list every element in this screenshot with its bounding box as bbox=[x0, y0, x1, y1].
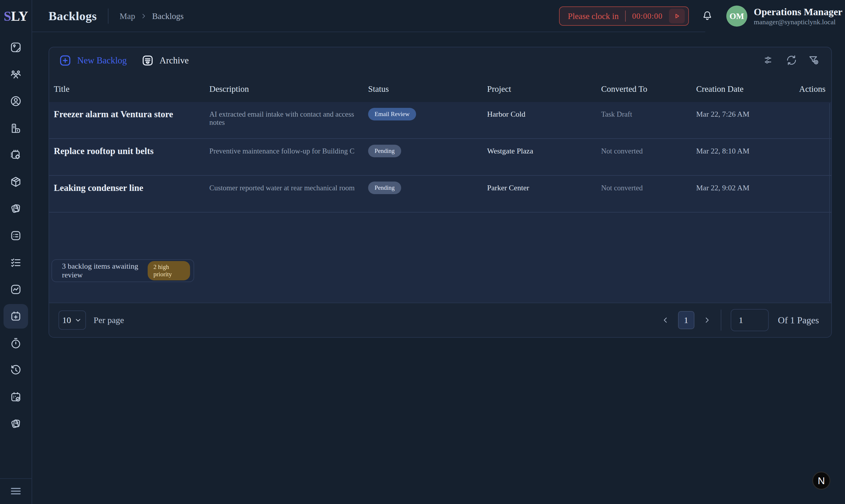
sidebar-item-backlogs[interactable] bbox=[0, 303, 32, 330]
prev-page-button[interactable] bbox=[661, 316, 670, 324]
sidebar-item-automation[interactable] bbox=[0, 142, 32, 168]
new-backlog-label: New Backlog bbox=[77, 55, 127, 66]
refresh-icon bbox=[786, 54, 797, 66]
total-pages-label: Of 1 Pages bbox=[778, 315, 819, 326]
hamburger-icon bbox=[9, 484, 22, 498]
cell-project: Westgate Plaza bbox=[484, 146, 598, 156]
cell-creation-date: Mar 22, 8:10 AM bbox=[693, 146, 796, 156]
scrollbar-track[interactable] bbox=[829, 103, 830, 301]
plus-square-icon bbox=[58, 54, 72, 67]
sidebar-item-inventory[interactable] bbox=[0, 168, 32, 195]
page-number-input[interactable] bbox=[731, 309, 769, 331]
pagination-bar: 10 Per page 1 Of 1 Pages bbox=[49, 303, 831, 337]
sidebar-item-building[interactable] bbox=[0, 114, 32, 142]
status-badge: Email Review bbox=[368, 108, 416, 121]
cell-creation-date: Mar 22, 7:26 AM bbox=[693, 109, 796, 119]
refresh-button[interactable] bbox=[786, 54, 797, 67]
backlogs-card: New Backlog Archive Title Description St… bbox=[49, 47, 832, 338]
column-header-status: Status bbox=[365, 84, 484, 94]
chevron-left-icon bbox=[661, 316, 670, 324]
cell-title: Leaking condenser line bbox=[51, 183, 206, 193]
user-name: Operations Manager bbox=[754, 6, 845, 18]
cell-project: Harbor Cold bbox=[484, 109, 598, 119]
nextjs-dev-badge[interactable]: N bbox=[812, 471, 830, 490]
sidebar-item-reports[interactable] bbox=[0, 276, 32, 303]
brand-logo-rest: LY bbox=[11, 8, 28, 24]
user-menu[interactable]: Operations Manager manager@synapticlynk.… bbox=[754, 6, 845, 26]
table-body: Freezer alarm at Ventura store AI extrac… bbox=[49, 102, 831, 303]
collapse-menu-button[interactable] bbox=[9, 484, 22, 499]
cell-description: Customer reported water at rear mechanic… bbox=[206, 183, 365, 192]
next-page-button[interactable] bbox=[703, 316, 712, 324]
column-settings-button[interactable] bbox=[763, 54, 775, 67]
per-page-select[interactable]: 10 bbox=[58, 310, 86, 330]
calendar-plus-icon bbox=[10, 310, 22, 322]
archive-button[interactable]: Archive bbox=[141, 54, 189, 67]
table-row[interactable]: Freezer alarm at Ventura store AI extrac… bbox=[49, 102, 831, 139]
sidebar-item-profile[interactable] bbox=[0, 88, 32, 114]
high-priority-badge: 2 high priority bbox=[148, 261, 190, 280]
sidebar-item-schedule[interactable] bbox=[0, 383, 32, 411]
new-backlog-button[interactable]: New Backlog bbox=[58, 54, 127, 67]
notifications-button[interactable] bbox=[701, 10, 714, 23]
page-title: Backlogs bbox=[49, 9, 97, 23]
sidebar-item-notes[interactable] bbox=[0, 195, 32, 222]
clear-filters-button[interactable] bbox=[808, 54, 820, 67]
avatar-initials: OM bbox=[730, 12, 744, 21]
clock-in-label: Please clock in bbox=[568, 12, 619, 21]
current-page-button[interactable]: 1 bbox=[678, 311, 695, 329]
chevron-right-icon bbox=[140, 12, 147, 20]
team-icon bbox=[10, 68, 22, 80]
table-header: Title Description Status Project Convert… bbox=[49, 74, 831, 102]
column-header-title: Title bbox=[51, 84, 206, 94]
cell-title: Replace rooftop unit belts bbox=[51, 146, 206, 157]
avatar[interactable]: OM bbox=[726, 5, 747, 26]
column-header-description: Description bbox=[206, 84, 365, 94]
sidebar-nav bbox=[0, 34, 32, 437]
sidebar-item-map[interactable] bbox=[0, 34, 32, 61]
profile-icon bbox=[10, 95, 22, 107]
play-icon bbox=[672, 11, 682, 21]
summary-card: 3 backlog items awaiting review 2 high p… bbox=[52, 259, 194, 282]
content-area: New Backlog Archive Title Description St… bbox=[32, 32, 845, 504]
list-checks-icon bbox=[10, 256, 22, 269]
notes-icon bbox=[10, 203, 22, 215]
documents-icon bbox=[10, 418, 22, 430]
brand-logo-accent: S bbox=[4, 8, 11, 24]
table-row[interactable]: Leaking condenser line Customer reported… bbox=[49, 176, 831, 213]
sidebar-footer bbox=[0, 478, 32, 504]
app-root: SLY Backlogs Map bbox=[0, 0, 845, 504]
breadcrumb-current: Backlogs bbox=[152, 12, 184, 21]
sidebar-item-history[interactable] bbox=[0, 357, 32, 383]
per-page-label: Per page bbox=[93, 315, 124, 325]
cell-title: Freezer alarm at Ventura store bbox=[51, 109, 206, 120]
brand-logo[interactable]: SLY bbox=[4, 0, 28, 32]
table-row[interactable]: Replace rooftop unit belts Preventive ma… bbox=[49, 139, 831, 176]
map-icon bbox=[10, 41, 22, 54]
start-timer-button[interactable] bbox=[669, 9, 685, 23]
cell-creation-date: Mar 22, 9:02 AM bbox=[693, 183, 796, 192]
sidebar-item-checklist[interactable] bbox=[0, 249, 32, 276]
main-column: Backlogs Map Backlogs Please clock in 00… bbox=[32, 0, 845, 504]
archive-icon bbox=[141, 54, 155, 67]
column-header-project: Project bbox=[484, 84, 598, 94]
chevron-down-icon bbox=[74, 316, 82, 324]
history-icon bbox=[10, 364, 22, 376]
status-badge: Pending bbox=[368, 182, 401, 194]
clock-in-button[interactable]: Please clock in 00:00:00 bbox=[559, 6, 689, 26]
status-badge: Pending bbox=[368, 145, 401, 157]
column-header-creation-date: Creation Date bbox=[693, 84, 796, 94]
filter-x-icon bbox=[808, 54, 820, 66]
cell-converted-to: Not converted bbox=[598, 183, 693, 192]
column-header-actions: Actions bbox=[796, 84, 829, 94]
sidebar-item-team[interactable] bbox=[0, 61, 32, 88]
breadcrumb-root[interactable]: Map bbox=[120, 12, 135, 21]
activity-icon bbox=[10, 283, 22, 295]
summary-text: 3 backlog items awaiting review bbox=[62, 262, 148, 280]
column-header-converted-to: Converted To bbox=[598, 84, 693, 94]
task-square-icon bbox=[10, 230, 22, 242]
calendar-check-icon bbox=[10, 391, 22, 403]
sidebar-item-timer[interactable] bbox=[0, 330, 32, 357]
sidebar-item-tasks[interactable] bbox=[0, 222, 32, 249]
sidebar-item-documents[interactable] bbox=[0, 411, 32, 437]
